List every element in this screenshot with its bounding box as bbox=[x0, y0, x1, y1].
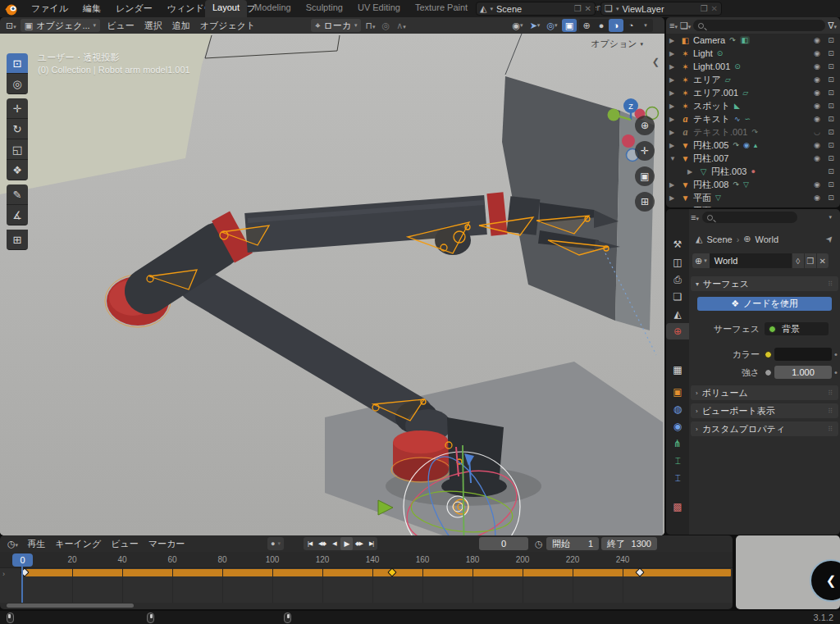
render-visibility-icon[interactable]: ⊡ bbox=[825, 180, 837, 189]
tool-rotate[interactable]: ↻ bbox=[7, 119, 28, 139]
viewport-menu-item[interactable]: 選択 bbox=[139, 18, 167, 34]
scene-name[interactable]: Scene bbox=[496, 4, 522, 14]
render-visibility-icon[interactable]: ⊡ bbox=[825, 102, 837, 110]
breadcrumb-world[interactable]: World bbox=[756, 235, 779, 244]
outliner-display-mode-icon[interactable]: ≡▾ bbox=[669, 20, 678, 30]
expander-icon[interactable]: ▶ bbox=[669, 50, 678, 57]
copy-icon[interactable]: ❐ bbox=[574, 4, 582, 13]
outliner-item-label[interactable]: 円柱.003 bbox=[711, 166, 746, 178]
frame-start-field[interactable]: 開始1 bbox=[546, 537, 599, 550]
snap-dropdown[interactable]: ⊓▾ bbox=[363, 20, 377, 31]
render-visibility-icon[interactable]: ⊡ bbox=[825, 115, 837, 123]
properties-tab-world[interactable]: ⊕ bbox=[666, 323, 689, 339]
outliner-row[interactable]: ▶aテキスト.001↷◡⊡ bbox=[666, 125, 840, 139]
record-icon[interactable]: ● bbox=[271, 540, 275, 548]
properties-tab-output[interactable]: ⎙ bbox=[666, 271, 689, 288]
visibility-eye-icon[interactable]: ◉ bbox=[811, 89, 823, 97]
zoom-button[interactable]: ⊕ bbox=[635, 116, 655, 135]
render-visibility-icon[interactable]: ⊡ bbox=[825, 194, 837, 202]
render-visibility-icon[interactable]: ⊡ bbox=[825, 62, 837, 71]
viewport-menu-item[interactable]: 追加 bbox=[167, 18, 195, 34]
visibility-eye-icon[interactable]: ◉ bbox=[811, 141, 823, 149]
strength-slider[interactable]: 1.000 bbox=[774, 366, 832, 379]
outliner-row[interactable]: ▶▼平面.001▽◉⊡ bbox=[666, 204, 840, 207]
world-datablock-dropdown[interactable]: ⊕▾ bbox=[692, 253, 710, 268]
outliner-row[interactable]: ▶✶エリア.001▱◉⊡ bbox=[666, 86, 840, 99]
proportional-falloff-dropdown[interactable]: ∧▾ bbox=[394, 20, 409, 31]
properties-tab-object[interactable]: ▣ bbox=[666, 384, 689, 400]
visibility-eye-icon[interactable]: ◉ bbox=[811, 49, 823, 57]
properties-search-input[interactable] bbox=[702, 212, 797, 223]
stopwatch-icon[interactable]: ◷ bbox=[535, 539, 543, 549]
properties-tab-bone[interactable]: ⌶ bbox=[666, 453, 689, 469]
xray-toggle[interactable]: ▣ bbox=[562, 19, 577, 32]
viewlayer-selector[interactable]: ❏▾ ViewLayer ❐ ✕ bbox=[600, 2, 722, 16]
properties-tab-active-tool[interactable]: ⚒ bbox=[666, 236, 689, 253]
use-nodes-button[interactable]: ❖ノードを使用 bbox=[697, 297, 832, 311]
workspace-tab[interactable]: Sculpting bbox=[299, 0, 350, 17]
copy-icon[interactable]: ❐ bbox=[701, 4, 708, 13]
render-visibility-icon[interactable]: ⊡ bbox=[825, 49, 837, 57]
close-icon[interactable]: ✕ bbox=[711, 4, 718, 13]
properties-tab-constraints[interactable]: ◉ bbox=[666, 418, 689, 435]
outliner-row[interactable]: ▶✶Light.001⊙◉⊡ bbox=[666, 60, 840, 73]
expander-icon[interactable]: ▶ bbox=[669, 194, 678, 202]
tool-cursor[interactable]: ◎ bbox=[7, 74, 28, 94]
render-visibility-icon[interactable]: ⊡ bbox=[825, 128, 837, 136]
render-visibility-icon[interactable]: ⊡ bbox=[825, 36, 837, 44]
camera-view-button[interactable]: ▣ bbox=[635, 166, 655, 186]
breadcrumb-scene[interactable]: Scene bbox=[706, 235, 732, 244]
visibility-eye-icon[interactable]: ◉ bbox=[811, 75, 823, 84]
render-visibility-icon[interactable]: ⊡ bbox=[825, 89, 837, 97]
unlink-icon[interactable]: ✕ bbox=[816, 253, 829, 268]
gizmo-dropdown[interactable]: ➤▾ bbox=[527, 19, 542, 32]
visibility-eye-icon[interactable]: ◉ bbox=[811, 36, 823, 44]
surface-shader-field[interactable]: 背景 bbox=[765, 322, 829, 335]
properties-options-dropdown[interactable]: ▾ bbox=[829, 214, 832, 221]
visibility-eye-icon[interactable]: ◉ bbox=[811, 62, 823, 71]
editor-type-icon[interactable]: ⊡▾ bbox=[3, 20, 19, 31]
outliner-row[interactable]: ▶◧Camera↷◧◉⊡ bbox=[666, 34, 840, 47]
outliner-item-label[interactable]: スポット bbox=[693, 100, 730, 112]
properties-tab-object-data[interactable]: ⋔ bbox=[666, 435, 689, 452]
outliner-item-label[interactable]: Camera bbox=[693, 35, 725, 45]
render-visibility-icon[interactable]: ⊡ bbox=[825, 207, 837, 207]
expander-icon[interactable]: ▶ bbox=[669, 89, 678, 97]
render-visibility-icon[interactable]: ⊡ bbox=[825, 75, 837, 84]
scene-selector[interactable]: ◭▾ Scene ❐ ✕ bbox=[476, 2, 596, 16]
proportional-edit-icon[interactable]: ◎ bbox=[380, 20, 393, 31]
render-visibility-icon[interactable]: ⊡ bbox=[825, 141, 837, 149]
panel-1[interactable]: ›ボリューム⠿ bbox=[691, 385, 838, 400]
expander-icon[interactable]: ▶ bbox=[669, 207, 678, 208]
visibility-eye-icon[interactable]: ◉ bbox=[811, 115, 823, 123]
channel-collapse-icon[interactable]: › bbox=[2, 570, 5, 578]
color-swatch[interactable] bbox=[774, 348, 832, 361]
jump-to-start-button[interactable]: |◀ bbox=[304, 537, 316, 550]
tool-scale[interactable]: ◱ bbox=[7, 139, 28, 160]
jump-to-prev-keyframe-button[interactable]: ◀◆ bbox=[316, 537, 328, 550]
solid-shading-icon[interactable]: ● bbox=[594, 19, 609, 32]
toggle-orthographic-button[interactable]: ⊞ bbox=[635, 192, 655, 212]
pin-icon[interactable]: ➤ bbox=[823, 233, 836, 245]
timeline-channels[interactable] bbox=[0, 568, 733, 603]
outliner-row[interactable]: ▶▽円柱.003●⊡ bbox=[666, 165, 840, 178]
workspace-tab[interactable]: UV Editing bbox=[350, 0, 408, 17]
outliner-item-label[interactable]: エリア bbox=[693, 74, 721, 86]
topbar-menu-item[interactable]: レンダー bbox=[109, 1, 159, 16]
properties-tab-scene[interactable]: ◭ bbox=[666, 306, 689, 322]
panel-3[interactable]: ›カスタムプロパティ⠿ bbox=[691, 421, 838, 436]
jump-to-next-keyframe-button[interactable]: ◆▶ bbox=[353, 537, 365, 550]
tool-transform[interactable]: ❖ bbox=[7, 160, 28, 180]
outliner-item-label[interactable]: 平面.001 bbox=[693, 205, 728, 208]
visibility-eye-icon[interactable]: ◡ bbox=[811, 128, 823, 136]
current-frame-field[interactable]: 0 bbox=[479, 537, 528, 550]
fake-user-icon[interactable]: ◊ bbox=[792, 253, 804, 268]
tool-tweak-box-select[interactable]: ⊡ bbox=[7, 53, 28, 74]
expander-icon[interactable]: ▶ bbox=[669, 63, 678, 71]
outliner-search-input[interactable] bbox=[693, 20, 825, 31]
tool-move[interactable]: ✛ bbox=[7, 98, 28, 119]
tool-annotate[interactable]: ✎ bbox=[7, 184, 28, 205]
expander-icon[interactable]: ▶ bbox=[669, 129, 678, 136]
outliner-item-label[interactable]: テキスト.001 bbox=[693, 126, 747, 139]
outliner-row[interactable]: ▶✶スポット◣◉⊡ bbox=[666, 99, 840, 112]
